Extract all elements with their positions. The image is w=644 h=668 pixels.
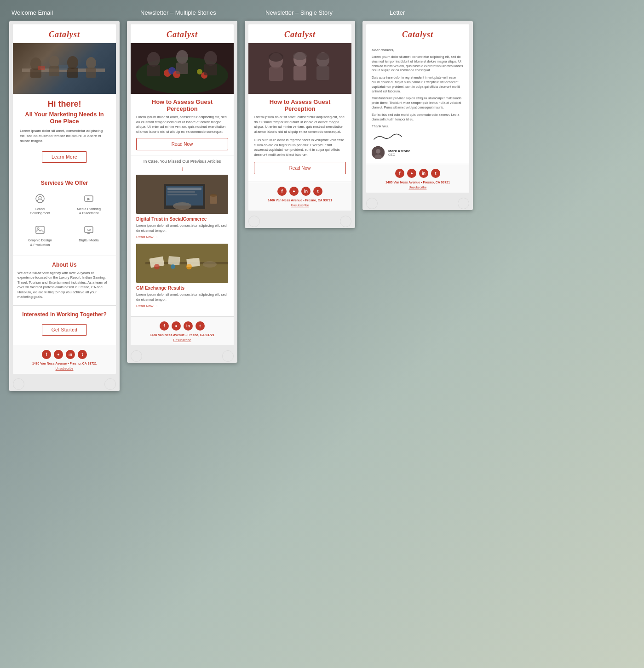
missed-articles-section: In Case, You Missed Our Previous Article… (131, 155, 234, 316)
welcome-hero-text: Hi there! All Your Marketing Needs in On… (13, 94, 116, 174)
multi-bottom-pattern (127, 349, 237, 363)
digital-icon: AD (84, 225, 94, 237)
author-details: Mark Astone CEO (388, 149, 410, 156)
multi-linkedin-icon[interactable]: in (184, 321, 193, 331)
single-unsubscribe[interactable]: Unsubscribe (252, 204, 348, 207)
facebook-icon[interactable]: f (42, 350, 51, 359)
newsletter-multi-inner: Catalyst (131, 24, 234, 345)
letter-para-3: Tincidunt nunc pulvinar sapien et ligula… (372, 96, 464, 109)
welcome-hero-image (13, 43, 116, 94)
service-brand: BrandDevelopment (17, 191, 63, 219)
single-pattern-left (248, 216, 260, 227)
svg-rect-30 (176, 63, 188, 74)
multi-facebook-icon[interactable]: f (160, 321, 169, 331)
article-img-laptop (136, 175, 228, 214)
welcome-email-inner: Catalyst (13, 24, 116, 374)
pattern-left (13, 378, 24, 390)
single-facebook-icon[interactable]: f (277, 187, 287, 196)
letter-pattern-right (458, 198, 469, 209)
welcome-unsubscribe[interactable]: Unsubscribe (17, 367, 112, 370)
svg-point-31 (204, 51, 217, 66)
instagram-icon[interactable]: ● (54, 350, 63, 359)
letter-linkedin-icon[interactable]: in (419, 169, 428, 178)
article-item-2: GM Exchange Results Lorem ipsum dolor si… (136, 244, 228, 308)
article-1-title: Digital Trust in SocialCommerce (136, 217, 228, 222)
article-2-title: GM Exchange Results (136, 285, 228, 291)
single-logo: Catalyst (253, 30, 347, 40)
svg-point-63 (376, 149, 380, 154)
column-labels: Welcome Email Newsletter – Multiple Stor… (9, 9, 635, 16)
single-instagram-icon[interactable]: ● (289, 187, 299, 196)
multi-unsubscribe[interactable]: Unsubscribe (134, 338, 230, 342)
welcome-headline: Hi there! (20, 99, 109, 109)
svg-rect-45 (168, 256, 180, 265)
multi-article-title: How to Assess Guest Perception (136, 98, 228, 112)
letter-instagram-icon[interactable]: ● (407, 169, 416, 178)
article-2-body: Lorem ipsum dolor sit amet, consectetur … (136, 292, 228, 302)
multi-read-now-button[interactable]: Read Now (136, 138, 228, 150)
single-footer: f ● in t 1466 Van Ness Avenue • Fresno, … (248, 182, 351, 211)
media-label: Media Planning& Placement (77, 207, 101, 216)
svg-point-50 (203, 261, 217, 268)
letter-greeting: Dear readers, (372, 48, 464, 52)
brand-icon (35, 194, 45, 206)
svg-point-27 (147, 52, 160, 67)
svg-point-60 (293, 52, 307, 60)
col-label-welcome: Welcome Email (12, 9, 122, 16)
multi-twitter-icon[interactable]: t (196, 321, 205, 331)
page-container: Welcome Email Newsletter – Multiple Stor… (0, 0, 644, 405)
multi-pattern-right (222, 350, 234, 362)
linkedin-icon[interactable]: in (66, 350, 75, 359)
cta-title: Interested in Working Together? (17, 311, 111, 318)
meeting-svg (136, 244, 228, 283)
svg-point-5 (67, 56, 78, 69)
signature-svg (372, 131, 404, 143)
letter-twitter-icon[interactable]: t (431, 169, 440, 178)
multi-pattern-left (131, 350, 142, 362)
single-linkedin-icon[interactable]: in (301, 187, 310, 196)
single-twitter-icon[interactable]: t (313, 187, 322, 196)
about-text: We are a full-service agency with over 2… (17, 271, 111, 300)
single-article: How to Assess Guest Perception Lorem ips… (248, 94, 351, 182)
svg-rect-14 (36, 226, 44, 234)
welcome-subheadline: All Your Marketing Needs in One Place (20, 111, 109, 125)
single-hero-image (248, 43, 351, 94)
author-name: Mark Astone (388, 149, 410, 153)
services-section: Services We Offer BrandDevelopment (13, 174, 116, 256)
letter-unsubscribe[interactable]: Unsubscribe (370, 186, 466, 189)
welcome-logo: Catalyst (17, 30, 111, 40)
single-pattern-right (340, 216, 351, 227)
templates-row: Catalyst (9, 21, 635, 391)
digital-label: Digital Media (79, 238, 98, 243)
letter-social-icons: f ● in t (370, 169, 466, 178)
about-section: About Us We are a full-service agency wi… (13, 256, 116, 305)
letter-facebook-icon[interactable]: f (395, 169, 404, 178)
service-digital: AD Digital Media (66, 222, 111, 250)
cta-section: Interested in Working Together? Get Star… (13, 305, 116, 345)
svg-rect-56 (293, 66, 306, 80)
article-1-link[interactable]: Read Now → (136, 235, 228, 239)
multi-instagram-icon[interactable]: ● (172, 321, 181, 331)
svg-point-61 (316, 53, 329, 60)
welcome-address: 1486 Van Ness Avenue • Fresno, CA 93721 (17, 362, 112, 365)
welcome-bottom-pattern (9, 377, 120, 391)
multi-article-body: Lorem ipsum dolor sit amet, consectetur … (136, 115, 228, 134)
svg-point-59 (269, 52, 283, 62)
letter-body: Dear readers, Lorem ipsum dolor sit amet… (366, 43, 469, 164)
letter-signature (372, 131, 399, 143)
svg-point-49 (186, 264, 192, 269)
svg-rect-9 (38, 66, 45, 70)
multi-footer: f ● in t 1466 Van Ness Avenue • Fresno, … (131, 316, 234, 345)
svg-rect-28 (147, 65, 160, 76)
col-label-multi: Newsletter – Multiple Stories (140, 9, 251, 16)
single-read-now-button[interactable]: Read Now (254, 162, 346, 174)
svg-rect-10 (59, 65, 68, 70)
welcome-social-icons: f ● in t (17, 350, 112, 359)
twitter-icon[interactable]: t (78, 350, 87, 359)
get-started-button[interactable]: Get Started (42, 324, 87, 336)
article-2-link[interactable]: Read Now → (136, 304, 228, 308)
author-title: CEO (388, 153, 410, 156)
author-avatar (372, 146, 385, 159)
graphic-label: Graphic Design& Production (28, 238, 52, 247)
learn-more-button[interactable]: Learn More (42, 151, 87, 163)
